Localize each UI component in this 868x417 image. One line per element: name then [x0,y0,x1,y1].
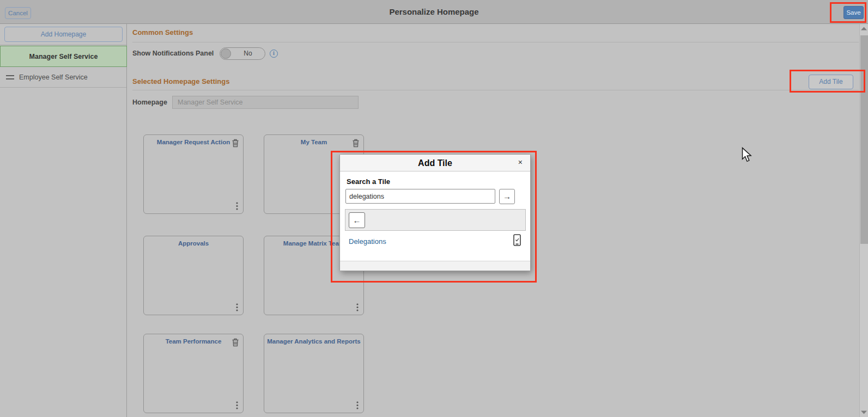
drag-handle-icon[interactable] [6,75,14,79]
scroll-down-icon[interactable] [860,410,868,415]
divider [132,42,859,42]
add-tile-modal: Add Tile × Search a Tile → ← Delegations [339,154,531,271]
tile-actions-icon[interactable] [356,303,359,311]
page-title: Personalize Homepage [0,0,868,24]
tile-title: Manager Analytics and Reports [264,338,363,345]
search-result-row: Delegations [340,236,530,250]
arrow-left-icon: ← [353,216,361,225]
homepage-tile: Team Performance [143,334,244,413]
add-homepage-button[interactable]: Add Homepage [4,27,123,42]
show-notifications-label: Show Notifications Panel [132,50,214,57]
close-icon[interactable]: × [518,155,523,171]
sidebar-item-label: Manager Self Service [29,53,98,60]
tile-actions-icon[interactable] [236,303,238,311]
homepage-tile: Approvals [143,236,244,315]
modal-title: Add Tile [340,155,530,171]
scroll-up-icon[interactable] [860,26,868,31]
mouse-cursor [742,147,752,163]
scrollbar-thumb[interactable] [860,35,868,244]
tile-title: Manager Request Action [144,139,243,145]
common-settings-heading: Common Settings [132,28,193,36]
search-a-tile-label: Search a Tile [347,177,390,186]
delete-tile-icon[interactable] [352,139,360,148]
show-notifications-toggle[interactable]: No [220,47,265,60]
tile-actions-icon[interactable] [236,401,238,409]
tile-search-input[interactable] [345,189,495,204]
phone-check-icon [513,234,521,246]
add-tile-button[interactable]: Add Tile [809,75,853,89]
homepage-tile: Manager Analytics and Reports [264,334,364,413]
arrow-right-icon: → [503,192,511,201]
homepage-tile: Manager Request Action [143,134,244,214]
homepage-name-field [172,96,359,109]
sidebar-item-employee-self-service[interactable]: Employee Self Service [0,67,126,88]
toggle-value: No [234,48,262,59]
add-homepage-section: Add Homepage [0,24,126,45]
homepage-list-sidebar: Add Homepage Manager Self Service Employ… [0,24,127,417]
results-toolbar: ← [345,209,526,231]
sidebar-item-manager-self-service[interactable]: Manager Self Service [0,46,127,67]
selected-homepage-settings-heading: Selected Homepage Settings [132,77,229,85]
save-button[interactable]: Save [843,6,864,19]
divider [132,90,859,90]
modal-header: Add Tile × [340,155,530,171]
tile-title: Approvals [144,240,243,247]
search-submit-button[interactable]: → [499,189,515,204]
delete-tile-icon[interactable] [232,139,239,148]
delete-tile-icon[interactable] [232,338,239,347]
search-results-list: Delegations [340,236,530,250]
tile-title: Team Performance [144,338,243,345]
tile-title: My Team [264,139,363,145]
modal-footer [340,261,530,271]
sidebar-item-label: Employee Self Service [19,73,88,81]
homepage-label: Homepage [132,99,167,106]
back-button[interactable]: ← [349,212,365,228]
tile-actions-icon[interactable] [236,202,238,210]
vertical-scrollbar[interactable] [859,24,868,417]
tile-actions-icon[interactable] [356,401,359,409]
toggle-knob[interactable] [221,48,231,59]
result-link[interactable]: Delegations [349,237,386,246]
info-icon[interactable]: i [270,50,278,58]
cancel-button[interactable]: Cancel [5,7,31,19]
